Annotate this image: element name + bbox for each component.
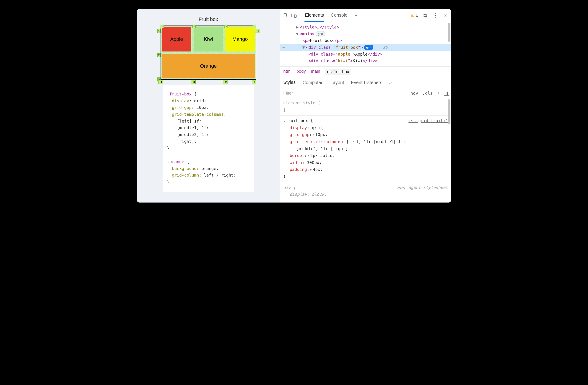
cls-toggle[interactable]: .cls [422,91,433,96]
grid-row-label: 1 [157,29,161,33]
grid-col-label: 1 [161,25,164,28]
tab-computed[interactable]: Computed [302,77,323,88]
kebab-icon[interactable]: ⋮ [432,12,439,19]
styles-tabs: Styles Computed Layout Event Listeners » [280,77,451,88]
crumb-body[interactable]: body [296,69,306,75]
grid-col-label: −1 [252,80,256,84]
rule-source: user agent stylesheet [396,184,448,191]
grid-col-label: 3 [224,25,228,28]
tab-console[interactable]: Console [330,9,348,22]
source-css-block: .fruit-box { display: grid; grid-gap: 10… [163,85,254,192]
css-decl[interactable]: grid-gap:▸10px; [283,131,448,138]
grid-col-label: −3 [191,80,196,84]
tab-styles[interactable]: Styles [283,77,295,88]
css-decl[interactable]: padding:▸4px; [283,166,448,173]
css-decl[interactable]: grid-template-columns: [left] 1fr [middl… [283,138,448,145]
page-pane: Fruit box Apple Kiwi Mango Orange 1 2 3 … [137,9,280,203]
svg-rect-0 [284,13,287,16]
page-title: Fruit box [144,16,273,22]
svg-rect-2 [294,15,296,17]
rule-selector[interactable]: .fruit-box { [283,117,313,124]
dom-row-selected[interactable]: ⋯ ▼<div class="fruit-box">grid== $0 [280,44,451,51]
cell-mango[interactable]: Mango [226,27,255,51]
tab-event-listeners[interactable]: Event Listeners [351,77,382,88]
grid-row-label: 2 [157,53,161,57]
app-window: Fruit box Apple Kiwi Mango Orange 1 2 3 … [137,9,451,203]
separator [280,182,451,182]
separator [300,12,300,19]
cell-kiwi[interactable]: Kiwi [194,27,223,51]
crumb-current[interactable]: div.fruit-box [325,69,351,75]
warn-count: 1 [416,13,418,18]
dom-row[interactable]: ▶<style>…</style> [280,24,451,31]
fruit-box-grid[interactable]: Apple Kiwi Mango Orange [161,25,256,80]
eq-dollar0: == $0 [376,45,388,50]
grid-col-label: 4 [253,25,256,28]
rule-header-ua: div { user agent stylesheet [283,184,448,191]
dom-row[interactable]: <p>Fruit box</p> [280,37,451,44]
devtools-toolbar: Elements Console » 1 ⋮ [280,9,451,22]
css-decl-cont[interactable]: [middle2] 1fr [right]; [283,145,448,152]
crumb-main[interactable]: main [311,69,320,75]
rule-close: } [283,173,448,180]
css-decl[interactable]: width: 300px; [283,159,448,166]
dom-row[interactable]: <div class="kiwi">Kiwi</div> [280,57,451,64]
styles-body[interactable]: element.style { } .fruit-box { css-grid-… [280,98,451,203]
dom-row[interactable]: <div class="apple">Apple</div> [280,51,451,58]
device-toggle-icon[interactable] [291,12,297,19]
grid-badge[interactable]: grid [316,31,325,37]
rule-close: } [283,107,448,114]
close-icon[interactable] [442,12,449,19]
rule-selector: div { [283,184,295,191]
separator [280,115,451,115]
rule-source[interactable]: css-grid-fruit:1 [409,117,448,124]
css-decl[interactable]: display: grid; [283,124,448,131]
breadcrumb: html body main div.fruit-box [280,66,451,77]
grid-overlay-wrapper: Apple Kiwi Mango Orange 1 2 3 4 1 2 3 −1… [158,25,258,80]
scrollbar[interactable] [448,23,450,42]
gear-icon[interactable] [421,12,428,19]
crumb-html[interactable]: html [283,69,292,75]
filter-input[interactable] [283,91,404,96]
tab-elements[interactable]: Elements [304,9,324,22]
tab-layout[interactable]: Layout [330,77,344,88]
css-decl[interactable]: border:▸2px solid; [283,152,448,159]
rule-header: .fruit-box { css-grid-fruit:1 [283,117,448,124]
devtools-tabs: Elements Console » [304,9,357,22]
grid-col-label: −2 [223,80,228,84]
tab-more[interactable]: » [389,77,392,88]
grid-col-label: 2 [192,25,196,28]
css-decl-overridden: display: block; [283,191,448,198]
devtools-pane: Elements Console » 1 ⋮ [280,9,451,203]
hov-toggle[interactable]: :hov [408,91,418,96]
warnings-badge[interactable]: 1 [410,13,418,18]
dom-row[interactable]: ▼<main>grid [280,31,451,37]
grid-col-label: −4 [158,80,163,84]
element-style-rule[interactable]: element.style { [283,100,448,107]
styles-filter-row: :hov .cls + [280,88,451,98]
inspect-icon[interactable] [282,12,289,19]
dom-tree[interactable]: ▶<style>…</style> ▼<main>grid <p>Fruit b… [280,22,451,66]
cell-orange[interactable]: Orange [162,54,255,78]
cell-apple[interactable]: Apple [162,27,191,51]
tab-more[interactable]: » [354,9,357,22]
grid-badge-active[interactable]: grid [364,45,373,50]
scrollbar[interactable] [448,99,450,124]
warning-icon [410,13,414,18]
grid-row-label: −1 [255,29,260,33]
sidebar-toggle-icon[interactable] [444,91,449,96]
new-rule-icon[interactable]: + [437,90,440,96]
